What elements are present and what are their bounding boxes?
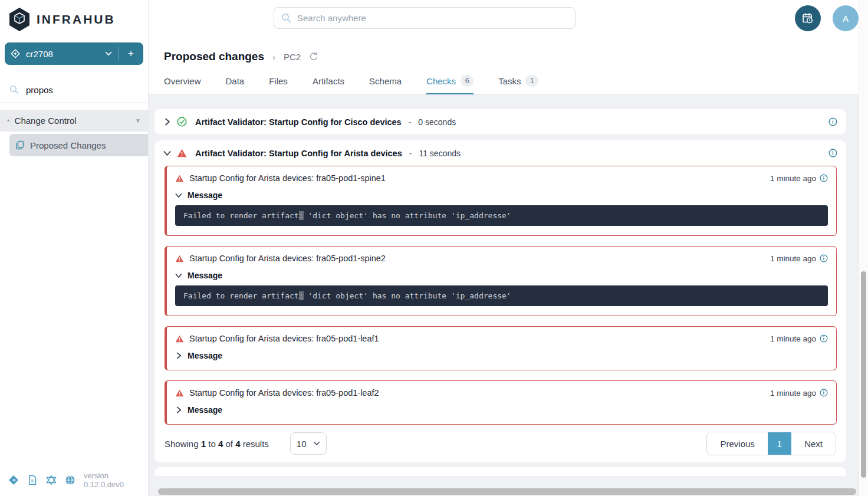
- bullet-icon: •: [7, 116, 10, 125]
- message-toggle[interactable]: Message: [175, 271, 828, 280]
- branch-name: cr2708: [26, 49, 99, 59]
- validator-duration: 0 seconds: [418, 117, 456, 127]
- validator-title: Artifact Validator: Startup Config for A…: [195, 149, 402, 158]
- check-title: Startup Config for Arista devices: fra05…: [189, 173, 386, 183]
- vertical-scrollbar[interactable]: [859, 0, 868, 496]
- chevron-right-icon[interactable]: [163, 118, 171, 126]
- message-toggle[interactable]: Message: [175, 351, 828, 360]
- message-toggle[interactable]: Message: [175, 405, 828, 415]
- vertical-scrollbar-thumb[interactable]: [861, 271, 866, 478]
- graphql-icon[interactable]: [46, 475, 57, 485]
- tab-bar: Overview Data Files Artifacts Schema Che…: [164, 75, 859, 94]
- check-title: Startup Config for Arista devices: fra05…: [189, 254, 386, 263]
- check-title: Startup Config for Arista devices: fra05…: [189, 388, 379, 398]
- chevron-down-icon: [313, 441, 320, 446]
- topbar: A: [149, 0, 859, 37]
- warning-triangle-icon: [175, 255, 184, 262]
- page-1-button[interactable]: 1: [768, 432, 791, 455]
- tab-artifacts[interactable]: Artifacts: [313, 75, 344, 94]
- check-circle-icon: [177, 117, 187, 127]
- global-search: [274, 7, 576, 29]
- main-area: A Proposed changes › PC2 Overview Data F…: [149, 0, 859, 496]
- refresh-icon[interactable]: [309, 52, 318, 61]
- tab-schema[interactable]: Schema: [369, 75, 402, 94]
- check-timestamp: 1 minute ago: [770, 389, 816, 398]
- copy-document-icon: [15, 140, 25, 150]
- breadcrumb-chevron-icon: ›: [272, 52, 275, 62]
- error-message-code[interactable]: Failed to render artifact: 'dict object'…: [175, 285, 828, 306]
- message-toggle[interactable]: Message: [175, 190, 828, 200]
- info-icon[interactable]: [820, 334, 828, 343]
- sidebar-group-label: Change Control: [15, 116, 131, 126]
- validator-title: Artifact Validator: Startup Config for C…: [195, 117, 402, 127]
- app-logo[interactable]: INFRAHUB: [0, 0, 148, 38]
- chevron-down-icon[interactable]: [105, 51, 112, 56]
- tab-checks[interactable]: Checks6: [426, 75, 474, 94]
- next-page-button[interactable]: Next: [791, 432, 836, 455]
- validator-card-arista: Artifact Validator: Startup Config for A…: [154, 140, 846, 462]
- warning-triangle-icon: [175, 335, 184, 343]
- search-icon: [9, 85, 19, 94]
- check-timestamp: 1 minute ago: [770, 254, 816, 263]
- app-logo-text: INFRAHUB: [37, 12, 116, 27]
- global-search-input[interactable]: [297, 13, 568, 23]
- chevron-down-icon: ▼: [135, 117, 141, 124]
- swagger-globe-icon[interactable]: [65, 475, 75, 485]
- info-icon[interactable]: [828, 117, 837, 126]
- warning-triangle-icon: [175, 389, 184, 397]
- check-card-leaf1: Startup Config for Arista devices: fra05…: [165, 326, 837, 370]
- sidebar-search: ✕: [0, 77, 148, 103]
- tab-overview[interactable]: Overview: [164, 75, 201, 94]
- tab-tasks[interactable]: Tasks1: [498, 75, 538, 94]
- results-summary: Showing 1 to 4 of 4 results: [165, 439, 269, 449]
- sidebar-search-input[interactable]: [26, 85, 143, 95]
- info-icon[interactable]: [820, 174, 828, 182]
- validator-row[interactable]: Artifact Validator: Startup Config for A…: [154, 140, 846, 166]
- info-icon[interactable]: [828, 149, 837, 157]
- info-icon[interactable]: [820, 389, 828, 397]
- check-timestamp: 1 minute ago: [770, 174, 816, 183]
- docs-icon[interactable]: [27, 475, 38, 485]
- validator-card-cisco: Artifact Validator: Startup Config for C…: [154, 109, 846, 134]
- horizontal-scrollbar-thumb[interactable]: [158, 488, 856, 495]
- warning-triangle-icon: [177, 149, 187, 157]
- validator-row[interactable]: Artifact Validator: Startup Config for C…: [154, 109, 846, 134]
- schedule-button[interactable]: [795, 5, 821, 31]
- page-head: Proposed changes › PC2 Overview Data Fil…: [149, 37, 859, 95]
- chevron-down-icon[interactable]: [163, 149, 171, 157]
- search-icon: [281, 13, 291, 23]
- add-branch-button[interactable]: +: [124, 48, 137, 60]
- sidebar: INFRAHUB cr2708 + ✕ • Change Control ▼ P…: [0, 0, 149, 496]
- validator-duration: 11 seconds: [419, 149, 461, 158]
- chevron-down-icon: [175, 272, 182, 279]
- branch-diamond-icon[interactable]: [8, 475, 19, 485]
- checks-panel: Artifact Validator: Startup Config for C…: [149, 95, 859, 496]
- tab-files[interactable]: Files: [269, 75, 288, 94]
- info-icon[interactable]: [820, 254, 828, 262]
- sidebar-item-proposed-changes[interactable]: Proposed Changes: [9, 134, 148, 156]
- branch-icon: [11, 49, 20, 58]
- branch-selector-button[interactable]: cr2708 +: [5, 42, 143, 65]
- check-card-leaf2: Startup Config for Arista devices: fra05…: [165, 380, 837, 425]
- tab-data[interactable]: Data: [226, 75, 245, 94]
- version-label: version 0.12.0.dev0: [84, 471, 140, 489]
- checks-count-badge: 6: [461, 75, 474, 87]
- sidebar-item-label: Proposed Changes: [30, 140, 106, 150]
- previous-page-button[interactable]: Previous: [707, 432, 767, 455]
- calendar-clock-icon: [801, 12, 814, 25]
- chevron-right-icon: [175, 352, 182, 359]
- pagination: Showing 1 to 4 of 4 results 10 Previous …: [165, 432, 836, 455]
- page-title: Proposed changes: [164, 50, 264, 63]
- sidebar-group-change-control[interactable]: • Change Control ▼: [0, 110, 148, 132]
- check-timestamp: 1 minute ago: [770, 334, 816, 343]
- avatar[interactable]: A: [833, 5, 859, 31]
- error-message-code[interactable]: Failed to render artifact: 'dict object'…: [175, 205, 828, 226]
- breadcrumb-current: PC2: [284, 52, 301, 62]
- pager-buttons: Previous 1 Next: [706, 432, 836, 455]
- sidebar-footer: version 0.12.0.dev0: [0, 464, 148, 496]
- infrahub-hexagon-icon: [8, 7, 31, 32]
- check-card-spine1: Startup Config for Arista devices: fra05…: [165, 166, 837, 236]
- check-title: Startup Config for Arista devices: fra05…: [189, 334, 379, 343]
- page-size-select[interactable]: 10: [290, 432, 327, 455]
- warning-triangle-icon: [175, 175, 184, 182]
